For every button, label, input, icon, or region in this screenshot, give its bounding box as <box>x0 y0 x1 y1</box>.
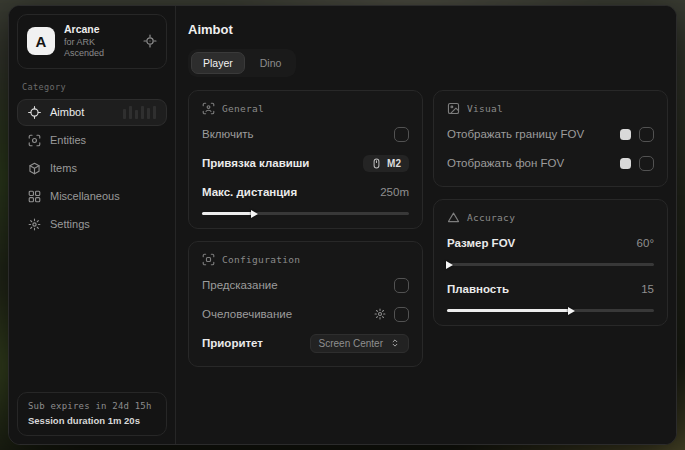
smoothness-slider[interactable] <box>447 309 654 312</box>
sidebar-item-label: Settings <box>50 218 90 230</box>
humanization-row: Очеловечивание <box>202 304 409 324</box>
priority-select[interactable]: Screen Center <box>310 334 409 353</box>
app-header: A Arcane for ARK Ascended <box>17 14 167 69</box>
slider-thumb[interactable] <box>251 210 258 218</box>
main-content: Aimbot Player Dino General <box>176 6 677 444</box>
gear-icon <box>28 218 41 231</box>
configuration-card: Configuration Предсказание Очеловечивани… <box>188 241 423 367</box>
humanization-checkbox[interactable] <box>394 307 409 322</box>
app-title-block: Arcane for ARK Ascended <box>64 23 134 60</box>
app-logo: A <box>27 27 55 55</box>
slider-fill <box>447 263 449 266</box>
keybind-row: Привязка клавиши M2 <box>202 153 409 173</box>
app-name: Arcane <box>64 23 134 36</box>
page-title: Aimbot <box>188 22 668 37</box>
sidebar: A Arcane for ARK Ascended Category Aimbo… <box>9 6 176 444</box>
slider-thumb[interactable] <box>568 307 575 315</box>
smoothness-label: Плавность <box>447 283 509 295</box>
target-icon[interactable] <box>143 34 157 48</box>
prediction-label: Предсказание <box>202 279 278 291</box>
priority-label: Приоритет <box>202 337 263 349</box>
visual-card: Visual Отображать границу FOV Отображать… <box>433 90 668 187</box>
settings-cards: General Включить Привязка клавиши <box>188 90 668 367</box>
max-distance-label: Макс. дистанция <box>202 186 297 198</box>
priority-selected-value: Screen Center <box>319 338 383 349</box>
cheat-menu-window: A Arcane for ARK Ascended Category Aimbo… <box>8 5 677 445</box>
fov-background-label: Отображать фон FOV <box>447 157 564 169</box>
enable-checkbox[interactable] <box>394 127 409 142</box>
accuracy-card: Accuracy Размер FOV 60° Плавность 15 <box>433 199 668 326</box>
card-title: General <box>222 103 264 114</box>
humanization-controls <box>374 307 409 322</box>
fov-size-value: 60° <box>637 237 654 249</box>
target-tabs: Player Dino <box>188 49 296 77</box>
general-card: General Включить Привязка клавиши <box>188 90 423 229</box>
app-subtitle: for ARK Ascended <box>64 37 134 60</box>
prediction-row: Предсказание <box>202 275 409 295</box>
grid-icon <box>28 190 41 203</box>
fov-background-checkbox[interactable] <box>639 156 654 171</box>
keybind-button[interactable]: M2 <box>363 155 409 172</box>
fov-border-controls <box>620 127 654 142</box>
accuracy-card-header: Accuracy <box>447 211 654 224</box>
card-title: Visual <box>467 103 503 114</box>
enable-row: Включить <box>202 124 409 144</box>
keybind-label: Привязка клавиши <box>202 157 309 169</box>
tab-dino[interactable]: Dino <box>248 52 294 74</box>
right-column: Visual Отображать границу FOV Отображать… <box>433 90 668 326</box>
fov-border-label: Отображать границу FOV <box>447 128 584 140</box>
smoothness-value: 15 <box>641 283 654 295</box>
tab-player[interactable]: Player <box>191 52 245 74</box>
fov-border-checkbox[interactable] <box>639 127 654 142</box>
fov-background-controls <box>620 156 654 171</box>
enable-label: Включить <box>202 128 254 140</box>
crosshair-icon <box>28 106 41 119</box>
box-scan-icon <box>202 253 215 266</box>
humanization-label: Очеловечивание <box>202 308 292 320</box>
sub-expires-text: Sub expires in 24d 15h <box>28 401 156 411</box>
max-distance-slider[interactable] <box>202 212 409 215</box>
mouse-icon <box>371 158 382 169</box>
fov-size-row: Размер FOV 60° <box>447 233 654 253</box>
session-duration-text: Session duration 1m 20s <box>28 415 156 426</box>
max-distance-row: Макс. дистанция 250m <box>202 182 409 202</box>
chevrons-up-down-icon <box>390 338 400 348</box>
max-distance-value: 250m <box>380 186 409 198</box>
triangle-icon <box>447 211 460 224</box>
fov-border-color-swatch[interactable] <box>620 129 631 140</box>
sidebar-item-label: Entities <box>50 134 86 146</box>
slider-fill <box>447 309 571 312</box>
card-title: Accuracy <box>467 212 515 223</box>
sidebar-item-items[interactable]: Items <box>17 155 167 182</box>
fov-size-label: Размер FOV <box>447 237 515 249</box>
fov-border-row: Отображать границу FOV <box>447 124 654 144</box>
ghost-watermark <box>123 106 156 119</box>
humanization-gear-icon[interactable] <box>374 308 386 320</box>
visual-card-header: Visual <box>447 102 654 115</box>
sidebar-item-label: Miscellaneous <box>50 190 120 202</box>
sidebar-item-aimbot[interactable]: Aimbot <box>17 99 167 126</box>
entities-scan-icon <box>28 134 41 147</box>
sidebar-item-miscellaneous[interactable]: Miscellaneous <box>17 183 167 210</box>
slider-fill <box>202 212 254 215</box>
sidebar-item-label: Aimbot <box>50 106 84 118</box>
fov-size-slider[interactable] <box>447 263 654 266</box>
fov-background-row: Отображать фон FOV <box>447 153 654 173</box>
subscription-footer: Sub expires in 24d 15h Session duration … <box>17 392 167 436</box>
sidebar-item-settings[interactable]: Settings <box>17 211 167 238</box>
category-label: Category <box>22 82 162 92</box>
keybind-value: M2 <box>387 158 401 169</box>
general-card-header: General <box>202 102 409 115</box>
sidebar-item-label: Items <box>50 162 77 174</box>
card-title: Configuration <box>222 254 300 265</box>
prediction-checkbox[interactable] <box>394 278 409 293</box>
slider-thumb[interactable] <box>446 261 453 269</box>
left-column: General Включить Привязка клавиши <box>188 90 423 367</box>
priority-row: Приоритет Screen Center <box>202 333 409 353</box>
sidebar-item-entities[interactable]: Entities <box>17 127 167 154</box>
fov-background-color-swatch[interactable] <box>620 158 631 169</box>
configuration-card-header: Configuration <box>202 253 409 266</box>
smoothness-row: Плавность 15 <box>447 279 654 299</box>
package-icon <box>28 162 41 175</box>
user-scan-icon <box>202 102 215 115</box>
